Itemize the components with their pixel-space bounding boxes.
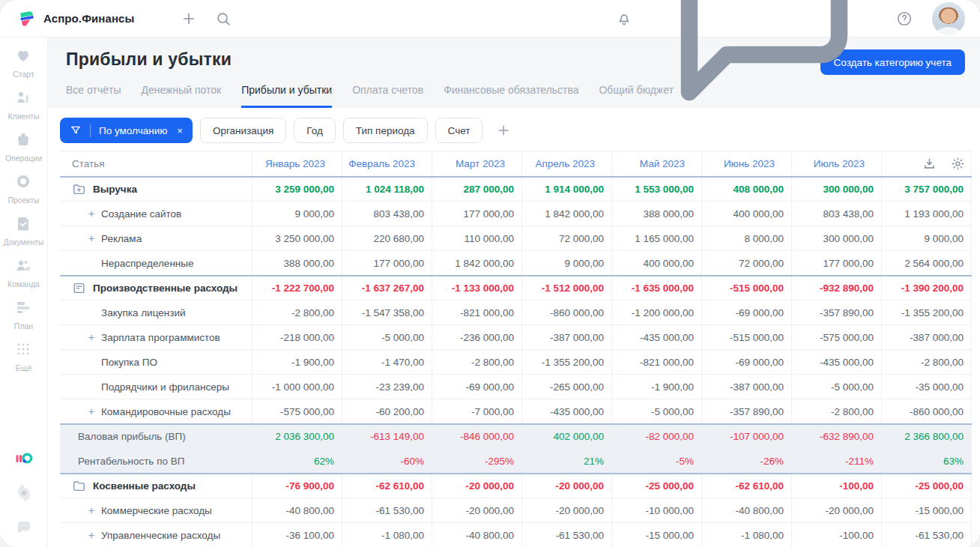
doc-lines-icon[interactable] <box>72 281 86 295</box>
cell: -435 000,00 <box>792 350 882 374</box>
cell: 1 842 000,00 <box>522 202 612 226</box>
filter-default-chip[interactable]: По умолчанию× <box>60 118 193 143</box>
help-icon[interactable] <box>896 10 913 27</box>
search-icon[interactable] <box>215 10 232 27</box>
cell: -1 200 000,00 <box>612 300 702 324</box>
row-label-text: Коммерческие расходы <box>101 505 212 516</box>
cell: 21% <box>522 449 612 473</box>
filter-chip-0[interactable]: Организация <box>200 118 286 143</box>
sidebar-item-more[interactable]: Ещё <box>3 340 43 372</box>
row-label[interactable]: Рентабельность по ВП <box>60 449 252 473</box>
filter-clear-icon[interactable]: × <box>177 125 183 136</box>
cell: -61 530,00 <box>522 523 612 547</box>
row-label[interactable]: Валовая прибыль (ВП) <box>60 425 252 448</box>
cell: -1 900,00 <box>612 375 702 399</box>
expand-plus-icon[interactable]: + <box>88 332 94 342</box>
column-header-month-6[interactable]: Июль 2023 <box>792 151 882 176</box>
filter-chip-3[interactable]: Счет <box>435 118 483 143</box>
support-chat-icon[interactable] <box>15 519 33 537</box>
sidebar-item-projects[interactable]: Проекты <box>3 172 43 205</box>
cell: -1 222 700,00 <box>252 276 342 300</box>
column-header-month-1[interactable]: Февраль 2023 <box>342 151 432 176</box>
row-label-text: Подрядчики и фрилансеры <box>101 381 229 393</box>
user-avatar[interactable] <box>932 2 965 35</box>
expand-plus-icon[interactable]: + <box>88 505 94 516</box>
row-label[interactable]: +Командировочные расходы <box>60 399 252 423</box>
sidebar-item-documents[interactable]: Документы <box>3 214 43 247</box>
cell: -575 000,00 <box>792 325 882 349</box>
cell: 3 259 000,00 <box>252 178 342 201</box>
filter-funnel-icon <box>70 124 82 136</box>
cell: -2 800,00 <box>432 350 522 374</box>
row-label[interactable]: +Создание сайтов <box>60 202 252 226</box>
column-header-month-2[interactable]: Март 2023 <box>432 151 522 176</box>
cell: -40 800,00 <box>432 523 522 547</box>
row-label[interactable]: +Зарплата программистов <box>60 325 252 349</box>
cell: 8 000,00 <box>702 226 792 250</box>
cell: -35 000,00 <box>882 375 972 399</box>
row-label[interactable]: Покупка ПО <box>60 350 252 374</box>
column-header-month-4[interactable]: Май 2023 <box>612 151 702 176</box>
app-window: Аспро.Финансы 3 СтартКлиентыО <box>0 0 980 547</box>
sidebar-item-team[interactable]: Команда <box>3 256 43 288</box>
cell: 1 165 000,00 <box>612 226 702 250</box>
cell: -613 149,00 <box>342 425 432 448</box>
row-label[interactable]: Закупка лицензий <box>60 300 252 324</box>
folder-plus-icon[interactable] <box>72 182 86 196</box>
cell: 177 000,00 <box>792 251 882 275</box>
tab-cash-flow[interactable]: Денежный поток <box>141 84 221 108</box>
expand-plus-icon[interactable]: + <box>88 406 94 417</box>
cell: -265 000,00 <box>522 375 612 399</box>
cell: -60% <box>342 449 432 473</box>
row-label[interactable]: Косвенные расходы <box>60 474 252 498</box>
tab-liabilities[interactable]: Финансовые обязательства <box>444 84 578 108</box>
table-row: Закупка лицензий-2 800,00-1 547 358,00-8… <box>60 300 972 324</box>
cell: 72 000,00 <box>522 226 612 250</box>
add-filter-icon[interactable] <box>496 123 511 138</box>
row-label[interactable]: +Коммерческие расходы <box>60 498 252 522</box>
cell: 803 438,00 <box>342 202 432 226</box>
row-label[interactable]: +Управленческие расходы <box>60 523 252 547</box>
cell: -40 800,00 <box>252 498 342 522</box>
row-label[interactable]: +Реклама <box>60 226 252 250</box>
settings-gear-icon[interactable] <box>15 484 33 502</box>
cell: -62 610,00 <box>702 474 792 498</box>
sidebar-item-start[interactable]: Старт <box>3 46 43 79</box>
messages-button[interactable]: 3 <box>652 0 877 133</box>
download-icon[interactable] <box>922 157 937 171</box>
tab-invoices[interactable]: Оплата счетов <box>352 84 423 108</box>
cell: -435 000,00 <box>612 325 702 349</box>
row-label-text: Рентабельность по ВП <box>78 456 184 467</box>
sidebar-item-operations[interactable]: Операции <box>3 130 43 163</box>
row-label[interactable]: Производственные расходы <box>60 276 252 300</box>
tab-pnl[interactable]: Прибыли и убытки <box>241 84 332 108</box>
column-header-month-5[interactable]: Июнь 2023 <box>702 151 792 176</box>
filter-chip-1[interactable]: Год <box>294 118 336 143</box>
tab-all-reports[interactable]: Все отчёты <box>66 84 121 108</box>
column-header-month-3[interactable]: Апрель 2023 <box>522 151 612 176</box>
cell: 1 193 000,00 <box>882 202 972 226</box>
cell: -62 610,00 <box>342 474 432 498</box>
folder-icon[interactable] <box>72 479 86 493</box>
row-label[interactable]: Выручка <box>60 178 252 201</box>
cell: -26% <box>702 449 792 473</box>
expand-plus-icon[interactable]: + <box>88 233 94 244</box>
add-button[interactable] <box>181 10 197 27</box>
sidebar-item-label: Проекты <box>7 196 39 205</box>
row-label[interactable]: Нераспределенные <box>60 251 252 275</box>
expand-plus-icon[interactable]: + <box>88 208 94 219</box>
filter-chip-2[interactable]: Тип периода <box>343 118 428 143</box>
row-label-text: Создание сайтов <box>101 208 181 220</box>
table-settings-gear-icon[interactable] <box>951 157 965 171</box>
column-header-month-0[interactable]: Январь 2023 <box>252 151 342 176</box>
cell: -387 000,00 <box>522 325 612 349</box>
sidebar-item-plan[interactable]: План <box>3 298 43 330</box>
expand-plus-icon[interactable]: + <box>88 530 94 540</box>
row-label[interactable]: Подрядчики и фрилансеры <box>60 375 252 399</box>
sidebar-item-clients[interactable]: Клиенты <box>3 88 43 121</box>
notifications-bell-icon[interactable] <box>616 10 632 27</box>
cell: -821 000,00 <box>432 300 522 324</box>
aspro-mini-logo-icon[interactable] <box>15 450 33 468</box>
sidebar-item-label: Операции <box>5 154 42 163</box>
cell: -632 890,00 <box>792 425 882 448</box>
